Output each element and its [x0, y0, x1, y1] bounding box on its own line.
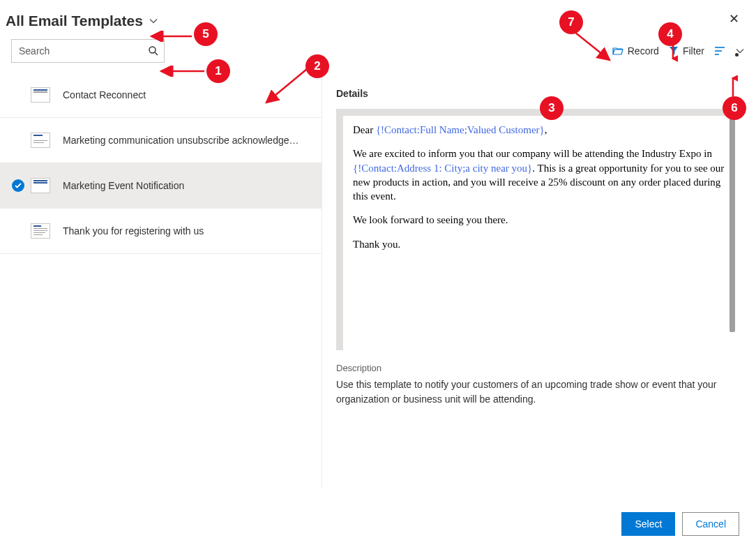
template-thumb-icon: [31, 223, 50, 239]
folder-open-icon: [612, 45, 623, 57]
preview-text: Thank you.: [353, 237, 727, 251]
template-thumb-icon: [31, 133, 50, 148]
list-item[interactable]: Marketing communication unsubscribe ackn…: [0, 118, 322, 163]
list-item-label: Thank you for registering with us: [63, 225, 316, 237]
template-thumb-icon: [31, 178, 50, 193]
details-panel: Details Dear {!Contact:Full Name;Valued …: [322, 73, 756, 487]
record-button[interactable]: Record: [612, 45, 659, 57]
footer-actions: Select Cancel: [621, 512, 739, 536]
preview-body: Dear {!Contact:Full Name;Valued Customer…: [343, 116, 736, 350]
svg-point-0: [149, 47, 156, 53]
sort-button[interactable]: [714, 46, 725, 56]
overflow-indicator-icon: [735, 53, 739, 57]
list-item[interactable]: Thank you for registering with us: [0, 209, 322, 254]
search-icon: [147, 45, 160, 57]
list-item-label: Marketing Event Notification: [63, 180, 316, 191]
preview-text: We look forward to seeing you there.: [353, 213, 727, 227]
template-preview: Dear {!Contact:Full Name;Valued Customer…: [336, 109, 736, 350]
preview-text: Dear: [353, 124, 376, 135]
description-text: Use this template to notify your custome…: [336, 377, 736, 407]
merge-token: {!Contact:Address 1: City;a city near yo…: [353, 163, 532, 174]
list-item[interactable]: Marketing Event Notification: [0, 163, 322, 209]
preview-text: We are excited to inform you that our co…: [353, 148, 712, 159]
cancel-button[interactable]: Cancel: [682, 512, 739, 536]
record-label: Record: [628, 45, 659, 57]
template-list: Contact Reconnect Marketing communicatio…: [0, 73, 322, 487]
check-icon: [12, 179, 24, 192]
list-item-label: Contact Reconnect: [63, 89, 316, 100]
filter-label: Filter: [683, 45, 704, 57]
close-button[interactable]: ✕: [729, 13, 739, 25]
list-item[interactable]: Contact Reconnect: [0, 73, 322, 118]
list-item-label: Marketing communication unsubscribe ackn…: [63, 135, 316, 146]
preview-text: ,: [545, 124, 547, 135]
details-heading: Details: [336, 88, 736, 99]
close-icon: ✕: [729, 12, 739, 26]
search-box[interactable]: [11, 39, 165, 63]
template-thumb-icon: [31, 87, 50, 103]
row-check[interactable]: [6, 179, 31, 192]
filter-button[interactable]: Filter: [669, 45, 704, 57]
search-input[interactable]: [19, 45, 147, 57]
page-title: All Email Templates: [6, 13, 143, 29]
select-button[interactable]: Select: [621, 512, 675, 536]
scrollbar[interactable]: [729, 112, 735, 332]
sort-lines-icon: [714, 46, 725, 56]
description-label: Description: [336, 363, 736, 373]
svg-line-1: [155, 52, 158, 55]
chevron-down-icon: [149, 16, 158, 26]
view-selector[interactable]: All Email Templates: [6, 13, 750, 29]
merge-token: {!Contact:Full Name;Valued Customer}: [376, 124, 545, 135]
filter-icon: [669, 46, 679, 56]
